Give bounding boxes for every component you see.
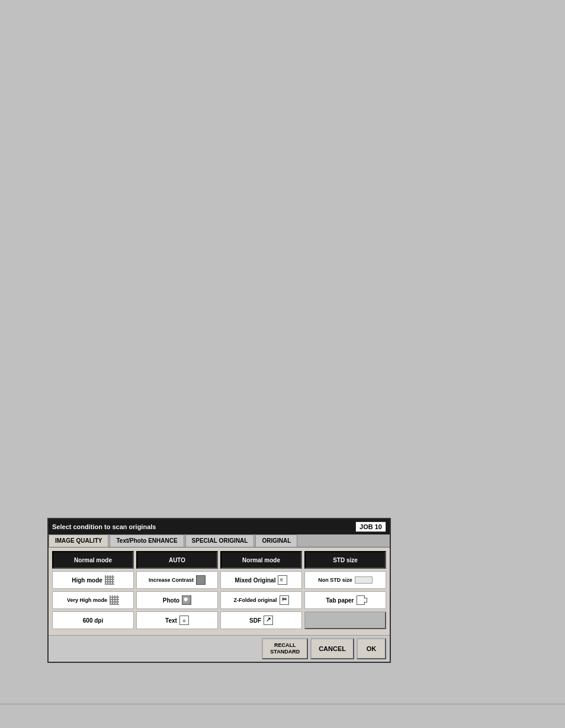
- non-std-size-label: Non STD size: [318, 577, 352, 583]
- tab-paper-button[interactable]: Tab paper: [304, 591, 386, 609]
- button-row-4: 600 dpi Text ≡ SDF ↗: [52, 611, 386, 629]
- zfold-icon: ✂: [280, 595, 289, 605]
- empty-button-4: [304, 611, 386, 629]
- normal-mode-label: Normal mode: [74, 557, 112, 563]
- dialog-container: Select condition to scan originals JOB 1…: [47, 518, 391, 663]
- text-button[interactable]: Text ≡: [136, 611, 218, 629]
- increase-contrast-button[interactable]: Increase Contrast: [136, 571, 218, 589]
- non-std-size-button[interactable]: Non STD size: [304, 571, 386, 589]
- std-size-button[interactable]: STD size: [304, 551, 386, 569]
- page-separator: [0, 704, 565, 704]
- tab-paper-label: Tab paper: [326, 597, 354, 604]
- content-area: Normal mode AUTO Normal mode STD size Hi…: [49, 547, 390, 635]
- button-row-1: Normal mode AUTO Normal mode STD size: [52, 551, 386, 569]
- photo-icon: [182, 595, 191, 605]
- text-label: Text: [165, 617, 177, 624]
- mixed-icon: [278, 575, 287, 585]
- tabpaper-icon: [357, 595, 365, 605]
- ok-label: OK: [367, 645, 377, 652]
- tab-original[interactable]: ORIGINAL: [255, 534, 297, 547]
- title-bar: Select condition to scan originals JOB 1…: [49, 519, 390, 534]
- cancel-label: CANCEL: [319, 645, 346, 652]
- grid-icon: [105, 575, 114, 585]
- tab-image-quality[interactable]: IMAGE QUALITY: [49, 534, 108, 547]
- mixed-original-label: Mixed Original: [235, 577, 276, 584]
- text-icon: ≡: [179, 616, 189, 625]
- very-high-mode-label: Very High mode: [67, 597, 107, 603]
- normal-mode-special-label: Normal mode: [242, 557, 280, 563]
- very-high-mode-button[interactable]: Very High mode: [52, 591, 134, 609]
- z-folded-button[interactable]: Z-Folded original ✂: [220, 591, 302, 609]
- recall-standard-button[interactable]: RECALLSTANDARD: [262, 638, 308, 659]
- ok-button[interactable]: OK: [357, 638, 386, 659]
- button-row-2: High mode Increase Contrast Mixed Origin…: [52, 571, 386, 589]
- button-row-3: Very High mode Photo Z-Folded original ✂…: [52, 591, 386, 609]
- normal-mode-special-button[interactable]: Normal mode: [220, 551, 302, 569]
- normal-mode-button[interactable]: Normal mode: [52, 551, 134, 569]
- z-folded-label: Z-Folded original: [234, 597, 277, 603]
- high-mode-label: High mode: [72, 577, 102, 584]
- increase-contrast-label: Increase Contrast: [149, 577, 194, 583]
- grid-icon-2: [110, 595, 119, 605]
- photo-button[interactable]: Photo: [136, 591, 218, 609]
- enhance-icon: [196, 575, 206, 585]
- sdf-button[interactable]: SDF ↗: [220, 611, 302, 629]
- std-size-label: STD size: [333, 557, 358, 563]
- page-background: Select condition to scan originals JOB 1…: [0, 0, 565, 728]
- mixed-original-button[interactable]: Mixed Original: [220, 571, 302, 589]
- auto-label: AUTO: [169, 557, 185, 563]
- bottom-row: RECALLSTANDARD CANCEL OK: [49, 635, 390, 662]
- non-std-box-icon: [355, 576, 373, 584]
- auto-button[interactable]: AUTO: [136, 551, 218, 569]
- photo-label: Photo: [163, 597, 179, 604]
- 600-dpi-label: 600 dpi: [83, 617, 103, 624]
- tab-text-photo-enhance[interactable]: Text/Photo ENHANCE: [110, 534, 184, 547]
- dialog-title: Select condition to scan originals: [52, 523, 156, 530]
- sdf-icon: ↗: [264, 616, 273, 625]
- job-badge: JOB 10: [355, 521, 386, 532]
- sdf-label: SDF: [249, 617, 261, 624]
- recall-standard-label: RECALLSTANDARD: [270, 642, 300, 655]
- tab-row: IMAGE QUALITY Text/Photo ENHANCE SPECIAL…: [49, 534, 390, 547]
- cancel-button[interactable]: CANCEL: [310, 638, 354, 659]
- 600-dpi-button[interactable]: 600 dpi: [52, 611, 134, 629]
- high-mode-button[interactable]: High mode: [52, 571, 134, 589]
- tab-special-original[interactable]: SPECIAL ORIGINAL: [185, 534, 255, 547]
